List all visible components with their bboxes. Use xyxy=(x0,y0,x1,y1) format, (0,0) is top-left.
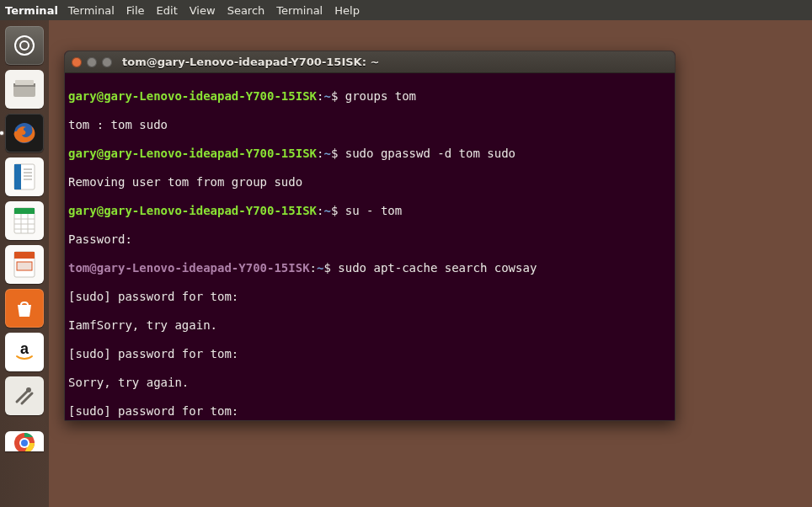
terminal-line: gary@gary-Lenovo-ideapad-Y700-15ISK:~$ s… xyxy=(68,204,671,218)
menu-view[interactable]: View xyxy=(190,4,216,17)
terminal-line: [sudo] password for tom: xyxy=(68,290,671,304)
svg-point-25 xyxy=(26,387,31,392)
prompt-user: gary@gary-Lenovo-ideapad-Y700-15ISK xyxy=(68,89,317,103)
menu-edit[interactable]: Edit xyxy=(157,4,178,17)
terminal-line: Sorry, try again. xyxy=(68,376,671,390)
terminal-line: Removing user tom from group sudo xyxy=(68,175,671,189)
unity-launcher: a xyxy=(0,20,49,507)
window-minimize-button[interactable] xyxy=(87,57,97,67)
launcher-settings[interactable] xyxy=(4,376,45,416)
svg-text:a: a xyxy=(20,340,29,357)
command-text: groups tom xyxy=(338,89,416,103)
launcher-impress[interactable] xyxy=(4,244,45,285)
prompt-path: ~ xyxy=(323,89,330,103)
window-titlebar[interactable]: tom@gary-Lenovo-ideapad-Y700-15ISK: ~ xyxy=(65,51,675,73)
desktop: tom@gary-Lenovo-ideapad-Y700-15ISK: ~ ga… xyxy=(49,20,812,507)
window-close-button[interactable] xyxy=(72,57,82,67)
command-text: su - tom xyxy=(338,204,402,217)
chrome-icon xyxy=(12,431,37,451)
menu-file[interactable]: File xyxy=(126,4,145,17)
launcher-files[interactable] xyxy=(4,69,45,109)
svg-rect-7 xyxy=(14,164,21,189)
launcher-dash[interactable] xyxy=(4,25,45,66)
terminal-line: [sudo] password for tom: xyxy=(68,347,671,361)
launcher-calc[interactable] xyxy=(4,200,45,241)
launcher-chrome[interactable] xyxy=(4,421,45,462)
terminal-line: tom : tom sudo xyxy=(68,118,671,132)
menu-terminal-2[interactable]: Terminal xyxy=(276,4,323,17)
prompt-user: gary@gary-Lenovo-ideapad-Y700-15ISK xyxy=(68,204,317,217)
launcher-amazon[interactable]: a xyxy=(4,332,45,372)
prompt-user: tom@gary-Lenovo-ideapad-Y700-15ISK xyxy=(68,261,310,275)
launcher-firefox[interactable] xyxy=(4,113,45,153)
amazon-icon: a xyxy=(12,339,37,365)
launcher-software[interactable] xyxy=(4,288,45,328)
menu-terminal[interactable]: Terminal xyxy=(68,4,115,17)
svg-point-28 xyxy=(21,440,28,446)
running-indicator xyxy=(0,131,3,135)
settings-icon xyxy=(12,383,37,408)
terminal-line: gary@gary-Lenovo-ideapad-Y700-15ISK:~$ s… xyxy=(68,147,671,161)
prompt-user: gary@gary-Lenovo-ideapad-Y700-15ISK xyxy=(68,147,317,160)
menu-help[interactable]: Help xyxy=(334,4,360,17)
svg-point-1 xyxy=(20,41,29,50)
writer-icon xyxy=(12,163,37,191)
terminal-line: IamfSorry, try again. xyxy=(68,318,671,333)
command-text: sudo gpasswd -d tom sudo xyxy=(338,147,516,160)
prompt-path: ~ xyxy=(323,204,330,217)
launcher-writer[interactable] xyxy=(4,157,45,197)
calc-icon xyxy=(12,206,37,235)
window-maximize-button[interactable] xyxy=(102,57,112,67)
terminal-window: tom@gary-Lenovo-ideapad-Y700-15ISK: ~ ga… xyxy=(64,51,676,421)
terminal-line: tom@gary-Lenovo-ideapad-Y700-15ISK:~$ su… xyxy=(68,261,671,275)
menu-search[interactable]: Search xyxy=(227,4,265,17)
menubar-app-name: Terminal xyxy=(5,4,58,17)
svg-rect-21 xyxy=(17,262,32,270)
terminal-line: Password: xyxy=(68,232,671,247)
global-menubar: Terminal Terminal File Edit View Search … xyxy=(0,0,812,20)
window-title: tom@gary-Lenovo-ideapad-Y700-15ISK: ~ xyxy=(122,56,379,68)
terminal-body[interactable]: gary@gary-Lenovo-ideapad-Y700-15ISK:~$ g… xyxy=(65,73,675,420)
prompt-path: ~ xyxy=(323,147,330,160)
firefox-icon xyxy=(10,119,39,147)
software-center-icon xyxy=(13,296,36,320)
svg-rect-13 xyxy=(14,208,35,214)
impress-icon xyxy=(12,250,37,279)
dash-icon xyxy=(13,34,36,57)
terminal-line: gary@gary-Lenovo-ideapad-Y700-15ISK:~$ g… xyxy=(68,89,671,104)
terminal-line: [sudo] password for tom: xyxy=(68,404,671,419)
files-icon xyxy=(12,78,37,100)
svg-rect-20 xyxy=(14,252,35,259)
svg-rect-4 xyxy=(15,80,34,85)
command-text: sudo apt-cache search cowsay xyxy=(331,261,537,275)
svg-point-0 xyxy=(15,36,34,55)
